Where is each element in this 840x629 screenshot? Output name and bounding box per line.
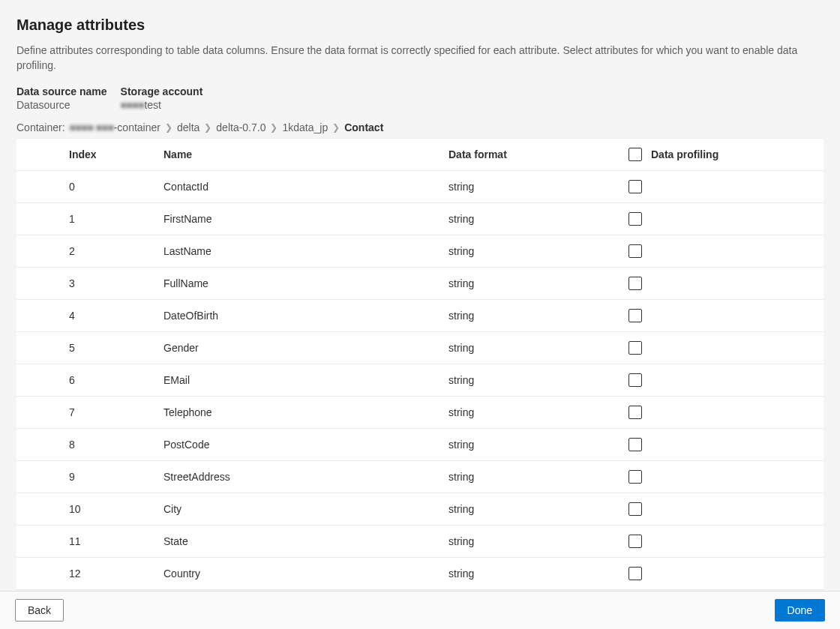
profiling-checkbox[interactable] — [628, 244, 642, 258]
cell-format: string — [446, 211, 626, 226]
breadcrumb-container-redacted: ■■■■ ■■■ — [70, 121, 114, 133]
table-row: 6EMailstring — [16, 364, 824, 397]
cell-format: string — [446, 534, 626, 549]
cell-name: Country — [160, 566, 446, 581]
breadcrumb: Container: ■■■■ ■■■-container ❯ delta ❯ … — [16, 121, 824, 133]
select-all-checkbox[interactable] — [628, 148, 642, 161]
cell-index: 9 — [26, 469, 160, 484]
profiling-checkbox[interactable] — [628, 309, 642, 322]
chevron-right-icon: ❯ — [204, 122, 212, 133]
cell-format: string — [446, 179, 626, 194]
breadcrumb-dataset[interactable]: 1kdata_jp — [282, 121, 328, 133]
cell-name: StreetAddress — [160, 469, 446, 484]
table-row: 5Genderstring — [16, 332, 824, 364]
back-button[interactable]: Back — [15, 599, 64, 622]
cell-index: 2 — [26, 244, 160, 259]
datasource-name-value: Datasource — [16, 99, 107, 111]
cell-index: 1 — [26, 211, 160, 226]
table-row: 8PostCodestring — [16, 429, 824, 461]
cell-format: string — [446, 437, 626, 452]
chevron-right-icon: ❯ — [165, 122, 172, 133]
cell-index: 7 — [26, 405, 160, 420]
profiling-checkbox[interactable] — [628, 502, 642, 516]
cell-profiling — [626, 340, 814, 356]
cell-profiling — [626, 436, 814, 453]
cell-index: 6 — [26, 373, 160, 388]
cell-name: FullName — [160, 276, 446, 291]
table-row: 7Telephonestring — [16, 397, 824, 429]
profiling-checkbox[interactable] — [628, 277, 642, 290]
table-row: 3FullNamestring — [16, 268, 824, 300]
datasource-name-label: Data source name — [16, 85, 107, 97]
cell-format: string — [446, 566, 626, 581]
breadcrumb-container[interactable]: -container — [114, 121, 160, 133]
table-row: 11Statestring — [16, 526, 824, 558]
page-title: Manage attributes — [16, 16, 824, 34]
profiling-checkbox[interactable] — [628, 470, 642, 484]
page-description: Define attributes corresponding to table… — [16, 43, 824, 73]
cell-name: Telephone — [160, 405, 446, 420]
cell-profiling — [626, 307, 814, 324]
cell-format: string — [446, 340, 626, 355]
cell-profiling — [626, 533, 814, 550]
profiling-checkbox[interactable] — [628, 341, 642, 355]
cell-name: State — [160, 534, 446, 549]
cell-index: 0 — [26, 179, 160, 194]
table-row: 10Citystring — [16, 493, 824, 526]
col-header-index: Index — [26, 147, 160, 162]
breadcrumb-delta-version[interactable]: delta-0.7.0 — [216, 121, 266, 133]
col-header-profiling: Data profiling — [626, 146, 814, 163]
col-header-format: Data format — [446, 147, 626, 162]
cell-format: string — [446, 276, 626, 291]
breadcrumb-delta[interactable]: delta — [177, 121, 200, 133]
cell-format: string — [446, 373, 626, 388]
table-header-row: Index Name Data format Data profiling — [16, 139, 824, 171]
cell-name: City — [160, 502, 446, 517]
profiling-checkbox[interactable] — [628, 567, 642, 580]
profiling-checkbox[interactable] — [628, 373, 642, 387]
col-header-profiling-label: Data profiling — [651, 148, 718, 160]
table-row: 9StreetAddressstring — [16, 461, 824, 493]
profiling-checkbox[interactable] — [628, 535, 642, 548]
cell-name: FirstName — [160, 211, 446, 226]
cell-index: 5 — [26, 340, 160, 355]
cell-name: EMail — [160, 373, 446, 388]
chevron-right-icon: ❯ — [332, 122, 340, 133]
storage-account-suffix: test — [144, 99, 161, 111]
cell-index: 4 — [26, 308, 160, 323]
cell-index: 8 — [26, 437, 160, 452]
table-row: 2LastNamestring — [16, 235, 824, 268]
profiling-checkbox[interactable] — [628, 180, 642, 193]
cell-index: 10 — [26, 502, 160, 517]
storage-account-redacted: ■■■■ — [121, 99, 145, 111]
profiling-checkbox[interactable] — [628, 212, 642, 226]
footer: Back Done — [0, 591, 840, 629]
storage-account-label: Storage account — [121, 85, 203, 97]
cell-format: string — [446, 405, 626, 420]
done-button[interactable]: Done — [775, 599, 825, 622]
cell-profiling — [626, 501, 814, 517]
cell-name: Gender — [160, 340, 446, 355]
cell-name: LastName — [160, 244, 446, 259]
table-row: 12Countrystring — [16, 558, 824, 590]
table-row: 0ContactIdstring — [16, 171, 824, 203]
cell-index: 12 — [26, 566, 160, 581]
storage-account-value: ■■■■test — [121, 99, 203, 111]
cell-index: 3 — [26, 276, 160, 291]
cell-format: string — [446, 502, 626, 517]
cell-profiling — [626, 243, 814, 259]
cell-index: 11 — [26, 534, 160, 549]
cell-profiling — [626, 178, 814, 195]
cell-name: ContactId — [160, 179, 446, 194]
profiling-checkbox[interactable] — [628, 438, 642, 451]
table-row: 4DateOfBirthstring — [16, 300, 824, 332]
cell-profiling — [626, 469, 814, 485]
cell-format: string — [446, 308, 626, 323]
cell-format: string — [446, 244, 626, 259]
chevron-right-icon: ❯ — [270, 122, 278, 133]
cell-profiling — [626, 372, 814, 388]
cell-profiling — [626, 211, 814, 227]
breadcrumb-prefix: Container: — [16, 121, 65, 133]
profiling-checkbox[interactable] — [628, 406, 642, 419]
col-header-name: Name — [160, 147, 446, 162]
